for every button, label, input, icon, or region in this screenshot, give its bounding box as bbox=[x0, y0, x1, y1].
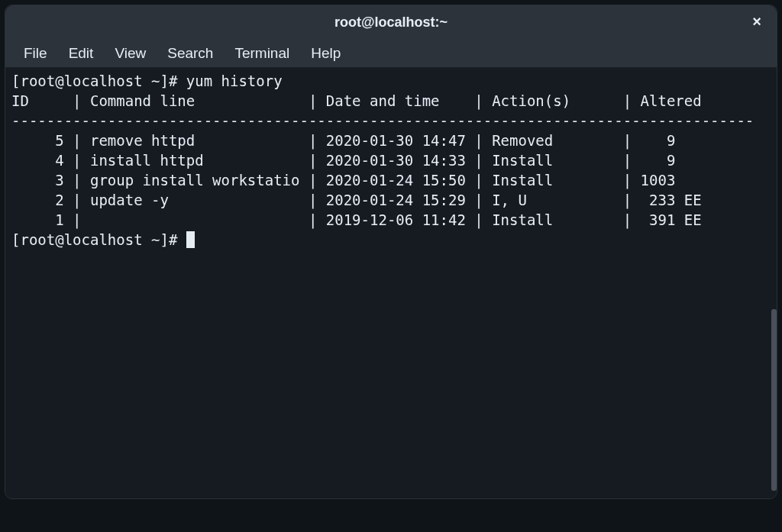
terminal-window: root@localhost:~ × File Edit View Search… bbox=[5, 5, 777, 499]
titlebar[interactable]: root@localhost:~ × bbox=[5, 5, 777, 39]
close-icon[interactable]: × bbox=[748, 11, 766, 32]
terminal-output[interactable]: [root@localhost ~]# yum history ID | Com… bbox=[5, 68, 777, 498]
menu-search[interactable]: Search bbox=[157, 42, 224, 65]
menu-terminal[interactable]: Terminal bbox=[224, 42, 300, 65]
menubar: File Edit View Search Terminal Help bbox=[5, 39, 777, 68]
cursor-icon bbox=[186, 231, 195, 248]
window-title: root@localhost:~ bbox=[334, 15, 448, 31]
menu-help[interactable]: Help bbox=[300, 42, 351, 65]
scrollbar-thumb[interactable] bbox=[771, 309, 777, 491]
menu-view[interactable]: View bbox=[104, 42, 157, 65]
scrollbar[interactable] bbox=[771, 68, 777, 495]
menu-file[interactable]: File bbox=[13, 42, 58, 65]
menu-edit[interactable]: Edit bbox=[58, 42, 105, 65]
